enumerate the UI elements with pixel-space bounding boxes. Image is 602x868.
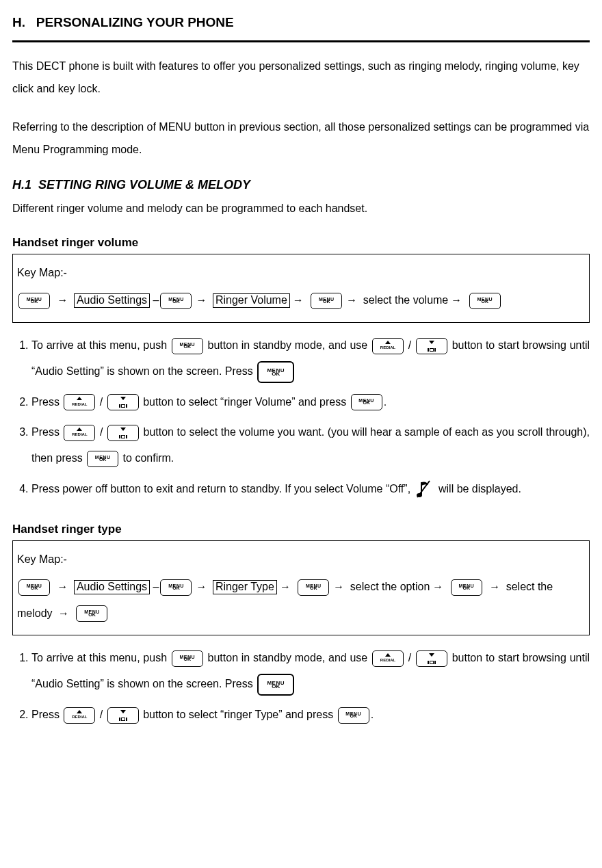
subsection-heading: H.1 SETTING RING VOLUME & MELODY xyxy=(12,176,590,194)
arrow-icon: → xyxy=(333,581,344,592)
arrow-icon: → xyxy=(57,581,68,592)
step-text: To arrive at this menu, push xyxy=(31,652,170,663)
step-text: Press xyxy=(31,426,62,438)
menu-ok-button-icon xyxy=(172,650,203,667)
section-heading: H. PERSONALIZING YOUR PHONE xyxy=(12,14,590,32)
menu-ok-button-icon xyxy=(451,579,482,596)
keymap-box-volume: Key Map:- → Audio Settings –→ Ringer Vol… xyxy=(12,254,590,323)
section-title-text: PERSONALIZING YOUR PHONE xyxy=(36,15,234,29)
step-text: will be displayed. xyxy=(436,483,521,495)
arrow-icon: → xyxy=(196,294,207,306)
slash: / xyxy=(405,652,415,663)
slash: / xyxy=(96,396,105,408)
step-text: button to select “ringer Volume” and pre… xyxy=(140,396,350,408)
step-text: button in standby mode, and use xyxy=(205,339,371,351)
intro-paragraph-2: Referring to the description of MENU but… xyxy=(12,116,590,161)
down-button-icon xyxy=(107,394,139,410)
audio-settings-box: Audio Settings xyxy=(74,580,150,594)
list-item: Press / button to select “ringer Type” a… xyxy=(31,702,590,728)
step-text: To arrive at this menu, push xyxy=(31,339,170,351)
menu-ok-button-icon xyxy=(87,451,118,467)
menu-ok-button-icon xyxy=(257,361,294,383)
arrow-icon: → xyxy=(280,581,291,592)
dash: – xyxy=(150,581,159,592)
step-text: to confirm. xyxy=(120,452,174,464)
volume-steps-list: To arrive at this menu, push button in s… xyxy=(12,332,590,502)
up-redial-button-icon xyxy=(64,425,95,441)
slash: / xyxy=(405,339,415,351)
down-button-icon xyxy=(107,425,139,441)
period: . xyxy=(371,709,374,720)
arrow-icon: → xyxy=(451,294,462,306)
ringer-type-box: Ringer Type xyxy=(213,580,277,594)
menu-ok-button-icon xyxy=(160,579,192,596)
subsection-description: Different ringer volume and melody can b… xyxy=(12,198,590,220)
arrow-icon: → xyxy=(293,294,304,306)
menu-ok-button-icon xyxy=(160,293,192,309)
step-text: button to select “ringer Type” and press xyxy=(140,709,337,720)
up-redial-button-icon xyxy=(372,650,404,667)
menu-ok-button-icon xyxy=(172,338,203,354)
up-redial-button-icon xyxy=(64,707,95,724)
type-steps-list: To arrive at this menu, push button in s… xyxy=(12,645,590,728)
list-item: To arrive at this menu, push button in s… xyxy=(31,332,590,385)
subsection-number: H.1 xyxy=(12,178,31,192)
keymap-flow-volume: → Audio Settings –→ Ringer Volume→ → sel… xyxy=(17,287,585,313)
keymap-flow-type: → Audio Settings –→ Ringer Type→ → selec… xyxy=(17,574,585,627)
list-item: Press power off button to exit and retur… xyxy=(31,476,590,502)
up-redial-button-icon xyxy=(64,394,95,410)
select-volume-text: select the volume xyxy=(363,294,449,306)
menu-ok-button-icon xyxy=(469,293,501,309)
mute-note-icon xyxy=(416,479,434,499)
section-divider xyxy=(12,40,590,42)
intro-paragraph-1: This DECT phone is built with features t… xyxy=(12,55,590,101)
down-button-icon xyxy=(107,707,139,724)
arrow-icon: → xyxy=(196,581,207,592)
slash: / xyxy=(96,709,105,720)
section-letter: H. xyxy=(12,15,25,29)
select-option-text: select the option xyxy=(350,581,430,592)
period: . xyxy=(384,396,387,408)
arrow-icon: → xyxy=(346,294,357,306)
list-item: Press / button to select the volume you … xyxy=(31,419,590,472)
menu-ok-button-icon xyxy=(76,605,107,622)
subsection-title-text: SETTING RING VOLUME & MELODY xyxy=(38,178,250,192)
ringer-volume-heading: Handset ringer volume xyxy=(12,235,590,251)
dash: – xyxy=(150,294,159,306)
ringer-volume-box: Ringer Volume xyxy=(213,293,290,308)
down-button-icon xyxy=(416,338,447,354)
keymap-label: Key Map:- xyxy=(17,260,585,286)
down-button-icon xyxy=(416,650,447,667)
keymap-box-type: Key Map:- → Audio Settings –→ Ringer Typ… xyxy=(12,540,590,635)
step-text: button in standby mode, and use xyxy=(205,652,371,663)
arrow-icon: → xyxy=(57,294,68,306)
slash: / xyxy=(96,426,106,438)
step-text: Press xyxy=(31,709,62,720)
audio-settings-box: Audio Settings xyxy=(74,293,150,308)
menu-ok-button-icon xyxy=(18,579,50,596)
step-text: Press xyxy=(31,396,62,408)
up-redial-button-icon xyxy=(372,338,404,354)
list-item: To arrive at this menu, push button in s… xyxy=(31,645,590,698)
menu-ok-button-icon xyxy=(298,579,329,596)
menu-ok-button-icon xyxy=(257,674,294,696)
menu-ok-button-icon xyxy=(338,707,369,724)
keymap-label: Key Map:- xyxy=(17,547,585,573)
list-item: Press / button to select “ringer Volume”… xyxy=(31,389,590,415)
menu-ok-button-icon xyxy=(351,394,382,410)
ringer-type-heading: Handset ringer type xyxy=(12,521,590,538)
arrow-icon: → xyxy=(58,607,69,619)
menu-ok-button-icon xyxy=(311,293,342,309)
step-text: Press power off button to exit and retur… xyxy=(31,483,414,495)
menu-ok-button-icon xyxy=(18,293,50,309)
arrow-icon: → xyxy=(489,581,500,592)
arrow-icon: → xyxy=(432,581,443,592)
